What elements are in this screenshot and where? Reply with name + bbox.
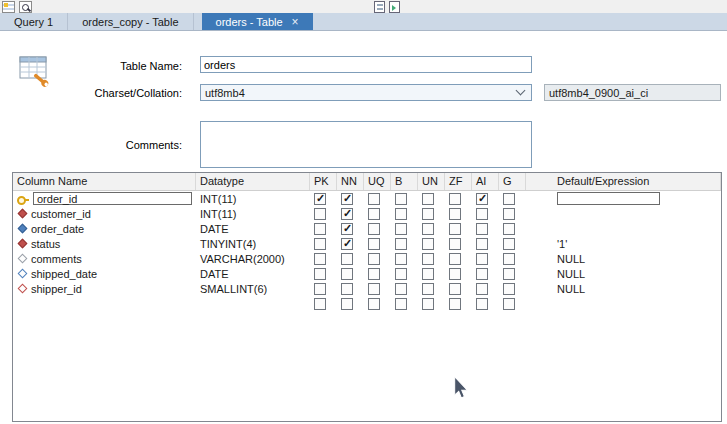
- comments-input[interactable]: [200, 121, 532, 168]
- flag-cell: [472, 266, 499, 281]
- table-row[interactable]: shipped_dateDATENULL: [13, 266, 721, 281]
- column-header: Datatype: [196, 173, 310, 190]
- charset-select[interactable]: utf8mb4: [200, 84, 532, 101]
- checkbox-b[interactable]: [395, 268, 407, 280]
- tab-close-icon[interactable]: ×: [292, 17, 299, 27]
- checkbox-nn[interactable]: [341, 193, 353, 205]
- flag-cell: [337, 251, 364, 266]
- checkbox-zf[interactable]: [449, 283, 461, 295]
- checkbox-pk[interactable]: [314, 298, 326, 310]
- checkbox-pk[interactable]: [314, 283, 326, 295]
- checkbox-b[interactable]: [395, 238, 407, 250]
- checkbox-zf[interactable]: [449, 298, 461, 310]
- checkbox-uq[interactable]: [368, 193, 380, 205]
- checkbox-pk[interactable]: [314, 268, 326, 280]
- checkbox-pk[interactable]: [314, 253, 326, 265]
- checkbox-g[interactable]: [503, 193, 515, 205]
- checkbox-zf[interactable]: [449, 238, 461, 250]
- datatype-cell: DATE: [196, 266, 310, 281]
- checkbox-uq[interactable]: [368, 223, 380, 235]
- checkbox-zf[interactable]: [449, 223, 461, 235]
- checkbox-b[interactable]: [395, 223, 407, 235]
- column-name-editor[interactable]: order_id: [33, 192, 192, 205]
- table-row[interactable]: [13, 296, 721, 311]
- checkbox-ai[interactable]: [476, 283, 488, 295]
- import-icon[interactable]: [389, 1, 400, 13]
- checkbox-nn[interactable]: [341, 208, 353, 220]
- checkbox-zf[interactable]: [449, 193, 461, 205]
- table-grid-icon[interactable]: [2, 1, 15, 13]
- columns-grid: Column NameDatatypePKNNUQBUNZFAIGDefault…: [12, 172, 722, 422]
- checkbox-g[interactable]: [503, 223, 515, 235]
- checkbox-pk[interactable]: [314, 193, 326, 205]
- checkbox-b[interactable]: [395, 208, 407, 220]
- checkbox-un[interactable]: [422, 298, 434, 310]
- checkbox-nn[interactable]: [341, 283, 353, 295]
- checkbox-pk[interactable]: [314, 208, 326, 220]
- checkbox-ai[interactable]: [476, 193, 488, 205]
- checkbox-g[interactable]: [503, 253, 515, 265]
- checkbox-un[interactable]: [422, 283, 434, 295]
- default-value: NULL: [557, 283, 585, 295]
- checkbox-nn[interactable]: [341, 223, 353, 235]
- checkbox-b[interactable]: [395, 193, 407, 205]
- checkbox-un[interactable]: [422, 208, 434, 220]
- checkbox-zf[interactable]: [449, 268, 461, 280]
- checkbox-un[interactable]: [422, 238, 434, 250]
- default-expression-input[interactable]: [557, 192, 660, 205]
- checkbox-ai[interactable]: [476, 253, 488, 265]
- checkbox-uq[interactable]: [368, 298, 380, 310]
- checkbox-un[interactable]: [422, 268, 434, 280]
- search-icon[interactable]: [19, 1, 32, 13]
- checkbox-ai[interactable]: [476, 223, 488, 235]
- table-row[interactable]: statusTINYINT(4)'1': [13, 236, 721, 251]
- checkbox-pk[interactable]: [314, 223, 326, 235]
- checkbox-ai[interactable]: [476, 238, 488, 250]
- table-row[interactable]: commentsVARCHAR(2000)NULL: [13, 251, 721, 266]
- flag-cell: [499, 206, 526, 221]
- checkbox-nn[interactable]: [341, 268, 353, 280]
- checkbox-uq[interactable]: [368, 268, 380, 280]
- checkbox-g[interactable]: [503, 283, 515, 295]
- checkbox-pk[interactable]: [314, 238, 326, 250]
- flag-cell: [499, 296, 526, 311]
- table-row[interactable]: shipper_idSMALLINT(6)NULL: [13, 281, 721, 296]
- table-name-input[interactable]: [200, 56, 532, 73]
- flag-cell: [391, 206, 418, 221]
- checkbox-g[interactable]: [503, 208, 515, 220]
- checkbox-ai[interactable]: [476, 268, 488, 280]
- checkbox-b[interactable]: [395, 298, 407, 310]
- checkbox-un[interactable]: [422, 253, 434, 265]
- checkbox-nn[interactable]: [341, 298, 353, 310]
- checkbox-g[interactable]: [503, 238, 515, 250]
- checkbox-uq[interactable]: [368, 238, 380, 250]
- flag-cell: [445, 281, 472, 296]
- tab-orders-table[interactable]: orders - Table×: [202, 13, 313, 30]
- checkbox-uq[interactable]: [368, 253, 380, 265]
- flag-cell: [337, 191, 364, 206]
- checkbox-g[interactable]: [503, 268, 515, 280]
- flag-cell: [472, 191, 499, 206]
- table-row[interactable]: customer_idINT(11): [13, 206, 721, 221]
- tab-query-1[interactable]: Query 1: [0, 13, 68, 30]
- checkbox-b[interactable]: [395, 253, 407, 265]
- table-row[interactable]: order_idINT(11): [13, 191, 721, 206]
- checkbox-ai[interactable]: [476, 298, 488, 310]
- table-row[interactable]: order_dateDATE: [13, 221, 721, 236]
- export-icon[interactable]: [374, 1, 385, 13]
- flag-cell: [364, 266, 391, 281]
- checkbox-nn[interactable]: [341, 253, 353, 265]
- checkbox-uq[interactable]: [368, 208, 380, 220]
- checkbox-nn[interactable]: [341, 238, 353, 250]
- checkbox-zf[interactable]: [449, 253, 461, 265]
- checkbox-uq[interactable]: [368, 283, 380, 295]
- checkbox-un[interactable]: [422, 193, 434, 205]
- collation-select[interactable]: utf8mb4_0900_ai_ci: [544, 84, 721, 101]
- checkbox-b[interactable]: [395, 283, 407, 295]
- checkbox-zf[interactable]: [449, 208, 461, 220]
- checkbox-ai[interactable]: [476, 208, 488, 220]
- checkbox-g[interactable]: [503, 298, 515, 310]
- checkbox-un[interactable]: [422, 223, 434, 235]
- column-name-cell: order_id: [13, 191, 196, 206]
- tab-orders-copy-table[interactable]: orders_copy - Table: [68, 13, 193, 30]
